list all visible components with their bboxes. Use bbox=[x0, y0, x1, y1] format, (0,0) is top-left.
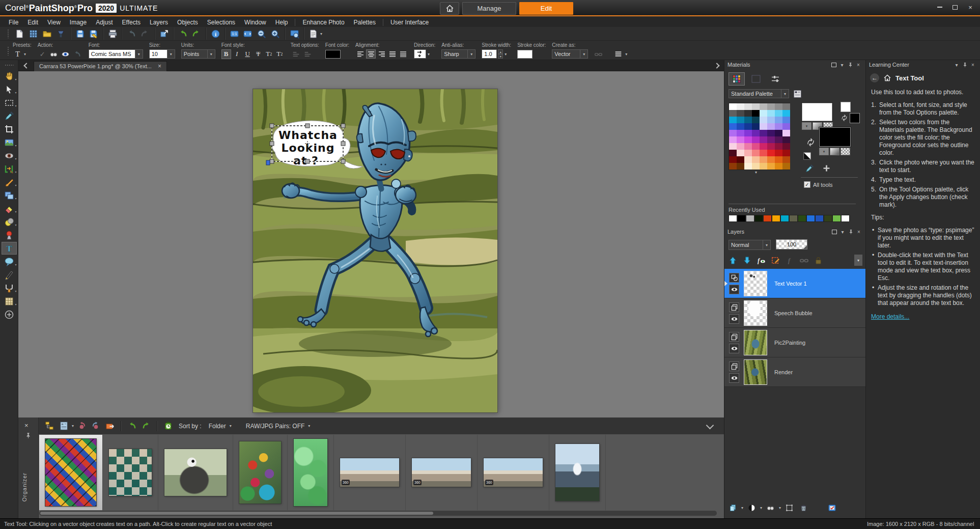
color-swatch[interactable] bbox=[744, 163, 752, 170]
recent-swatch[interactable] bbox=[806, 215, 815, 222]
document-tab-close-icon[interactable]: × bbox=[158, 63, 161, 70]
layers-float-icon[interactable] bbox=[830, 228, 838, 235]
menu-item[interactable]: Window bbox=[240, 19, 271, 26]
edit-selection-button[interactable] bbox=[769, 255, 782, 266]
color-swatch[interactable] bbox=[767, 117, 775, 123]
learning-home-icon[interactable] bbox=[883, 74, 891, 82]
organizer-scrollbar-thumb[interactable] bbox=[40, 512, 433, 515]
color-swatch[interactable] bbox=[760, 136, 767, 143]
color-swatch[interactable] bbox=[782, 130, 790, 136]
menu-item[interactable]: View bbox=[43, 19, 65, 26]
size-dropdown-icon[interactable]: ▾ bbox=[167, 49, 175, 59]
color-swatch[interactable] bbox=[782, 136, 790, 143]
blend-mode-dropdown-icon[interactable]: ▾ bbox=[763, 240, 771, 250]
learning-close-icon[interactable]: × bbox=[969, 61, 977, 68]
direction-button[interactable] bbox=[414, 49, 426, 59]
background-swatch[interactable] bbox=[819, 127, 851, 147]
browse[interactable] bbox=[26, 27, 40, 40]
strikethrough-button[interactable]: T bbox=[254, 49, 263, 59]
color-swatch[interactable] bbox=[744, 117, 752, 123]
new-layer-dropdown-icon[interactable]: ▾ bbox=[741, 506, 743, 510]
units-combobox[interactable]: Points▾ bbox=[181, 49, 215, 59]
color-swatch[interactable] bbox=[752, 110, 760, 117]
color-swatch[interactable] bbox=[744, 123, 752, 130]
materials-float-icon[interactable] bbox=[830, 61, 838, 68]
color-swatch[interactable] bbox=[782, 103, 790, 110]
more-tools[interactable] bbox=[2, 308, 17, 321]
layer-thumbnail[interactable] bbox=[744, 359, 767, 385]
menu-item[interactable]: File bbox=[4, 19, 23, 26]
eraser[interactable] bbox=[2, 202, 17, 215]
selection[interactable] bbox=[2, 96, 17, 109]
layer-row[interactable]: Render bbox=[724, 357, 866, 387]
dropper[interactable] bbox=[2, 109, 17, 122]
zoom-in[interactable] bbox=[268, 27, 282, 40]
layer-type-icon[interactable] bbox=[729, 361, 739, 371]
materials-dropper-icon[interactable] bbox=[805, 164, 815, 174]
layer-name[interactable]: Render bbox=[774, 369, 793, 375]
color-swatch[interactable] bbox=[737, 143, 744, 150]
layers-close-icon[interactable]: × bbox=[855, 228, 863, 235]
justify-button[interactable] bbox=[387, 49, 397, 59]
layer-name[interactable]: Text Vector 1 bbox=[774, 281, 807, 287]
color-swatch[interactable] bbox=[782, 123, 790, 130]
underline-button[interactable]: U bbox=[243, 49, 253, 59]
materials-menu-icon[interactable]: ▾ bbox=[838, 61, 846, 68]
units-dropdown-icon[interactable]: ▾ bbox=[208, 49, 215, 59]
sort-by-dropdown[interactable]: Folder▾ bbox=[206, 423, 235, 430]
palette-select[interactable]: Standard Palette▾ bbox=[729, 89, 789, 98]
capture-time-button[interactable] bbox=[161, 420, 175, 432]
black-white-reset-icon[interactable] bbox=[803, 152, 812, 161]
layer-visibility-icon[interactable] bbox=[729, 314, 739, 324]
color-swatch[interactable] bbox=[752, 103, 760, 110]
color-swatch[interactable] bbox=[782, 156, 790, 163]
sliders-tab[interactable] bbox=[767, 72, 783, 86]
crop[interactable] bbox=[2, 123, 17, 135]
promote-selection-button[interactable] bbox=[783, 502, 795, 513]
organizer-close-icon[interactable]: × bbox=[24, 422, 29, 429]
fg-color-style-button[interactable]: ▾ bbox=[802, 122, 811, 130]
import-scan[interactable] bbox=[54, 27, 68, 40]
folder-tree-button[interactable] bbox=[43, 420, 56, 432]
info-view-button[interactable] bbox=[57, 420, 70, 432]
color-swatch[interactable] bbox=[775, 117, 782, 123]
swap-materials-icon[interactable] bbox=[806, 137, 816, 148]
share-button[interactable] bbox=[103, 420, 117, 432]
layer-thumbnail[interactable] bbox=[744, 300, 767, 326]
canvas-region[interactable]: Whatcha Looking at ? bbox=[18, 71, 724, 417]
bg-pattern-style-button[interactable] bbox=[841, 148, 850, 155]
font-combobox[interactable]: Comic Sans MS▾ bbox=[89, 49, 143, 59]
menu-item[interactable]: Selections bbox=[203, 19, 240, 26]
color-swatch[interactable] bbox=[775, 163, 782, 170]
layer-thumbnail[interactable] bbox=[744, 271, 767, 296]
organizer-thumbnail[interactable] bbox=[233, 435, 288, 510]
new-layer-button[interactable] bbox=[726, 502, 739, 513]
stroke-color-swatch[interactable] bbox=[517, 50, 533, 59]
mask-dropdown-icon[interactable]: ▾ bbox=[779, 506, 781, 510]
direction-dropdown-icon[interactable]: ▾ bbox=[428, 52, 430, 57]
color-swatch[interactable] bbox=[737, 123, 744, 130]
clone[interactable] bbox=[2, 189, 17, 202]
anti-alias-dropdown-icon[interactable]: ▾ bbox=[468, 49, 475, 59]
layer-type-icon[interactable] bbox=[729, 332, 739, 342]
adjustment-dropdown-icon[interactable]: ▾ bbox=[760, 506, 762, 510]
line-spacing-icon[interactable] bbox=[291, 49, 301, 59]
color-swatch[interactable] bbox=[775, 123, 782, 130]
color-swatch[interactable] bbox=[760, 150, 767, 156]
tab-scroll-right-icon[interactable] bbox=[714, 63, 719, 68]
color-swatch[interactable] bbox=[782, 117, 790, 123]
all-tools-checkbox[interactable]: ✓ All tools bbox=[804, 181, 833, 188]
menu-item[interactable]: Edit bbox=[23, 19, 43, 26]
export[interactable] bbox=[154, 27, 171, 40]
color-swatch[interactable] bbox=[760, 117, 767, 123]
more-details-link[interactable]: More details... bbox=[871, 313, 909, 321]
color-swatch[interactable] bbox=[752, 156, 760, 163]
layer-visibility-icon[interactable] bbox=[729, 344, 739, 353]
swatches-tab[interactable] bbox=[729, 72, 745, 86]
restore-button[interactable] bbox=[947, 1, 963, 13]
color-swatch[interactable] bbox=[767, 110, 775, 117]
color-swatch[interactable] bbox=[729, 103, 737, 110]
color-swatch[interactable] bbox=[767, 163, 775, 170]
color-swatch[interactable] bbox=[737, 136, 744, 143]
text[interactable] bbox=[2, 242, 17, 255]
